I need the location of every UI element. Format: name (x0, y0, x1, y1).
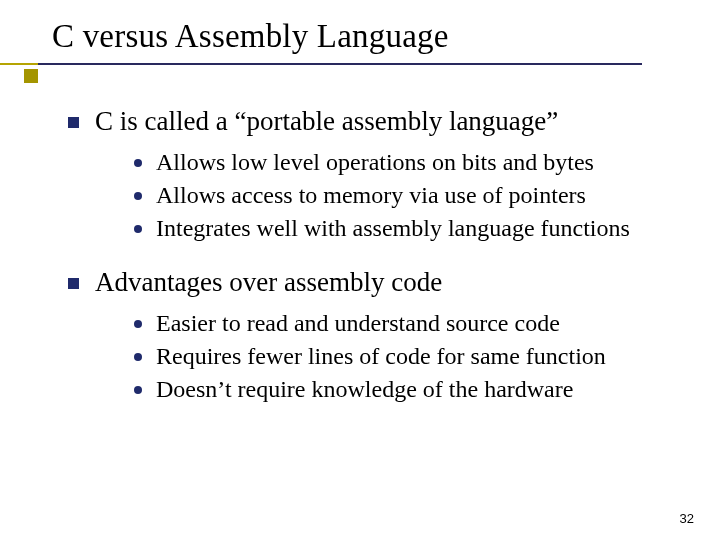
page-number: 32 (680, 511, 694, 526)
dot-bullet-icon (134, 159, 142, 167)
level2-text: Integrates well with assembly language f… (156, 213, 630, 244)
level2-text: Allows low level operations on bits and … (156, 147, 594, 178)
dot-bullet-icon (134, 192, 142, 200)
bullet-level2: Easier to read and understand source cod… (134, 308, 670, 339)
bullet-level1: Advantages over assembly code (68, 266, 670, 300)
level2-text: Requires fewer lines of code for same fu… (156, 341, 606, 372)
dot-bullet-icon (134, 225, 142, 233)
level2-text: Allows access to memory via use of point… (156, 180, 586, 211)
bullet-level2: Allows access to memory via use of point… (134, 180, 670, 211)
rule-box-icon (24, 69, 38, 83)
bullet-level2: Integrates well with assembly language f… (134, 213, 670, 244)
level2-text: Doesn’t require knowledge of the hardwar… (156, 374, 573, 405)
bullet-level2: Doesn’t require knowledge of the hardwar… (134, 374, 670, 405)
square-bullet-icon (68, 117, 79, 128)
bullet-level2: Requires fewer lines of code for same fu… (134, 341, 670, 372)
title-area: C versus Assembly Language (0, 0, 720, 59)
slide-content: C is called a “portable assembly languag… (0, 85, 720, 406)
dot-bullet-icon (134, 386, 142, 394)
level1-text: C is called a “portable assembly languag… (95, 105, 558, 139)
bullet-level1: C is called a “portable assembly languag… (68, 105, 670, 139)
dot-bullet-icon (134, 320, 142, 328)
square-bullet-icon (68, 278, 79, 289)
rule-line (0, 63, 642, 65)
bullet-level2: Allows low level operations on bits and … (134, 147, 670, 178)
sublist: Allows low level operations on bits and … (134, 147, 670, 245)
level1-text: Advantages over assembly code (95, 266, 442, 300)
dot-bullet-icon (134, 353, 142, 361)
level2-text: Easier to read and understand source cod… (156, 308, 560, 339)
slide: C versus Assembly Language C is called a… (0, 0, 720, 540)
rule-accent (0, 63, 38, 65)
slide-title: C versus Assembly Language (52, 18, 720, 55)
sublist: Easier to read and understand source cod… (134, 308, 670, 406)
title-rule (0, 63, 720, 85)
